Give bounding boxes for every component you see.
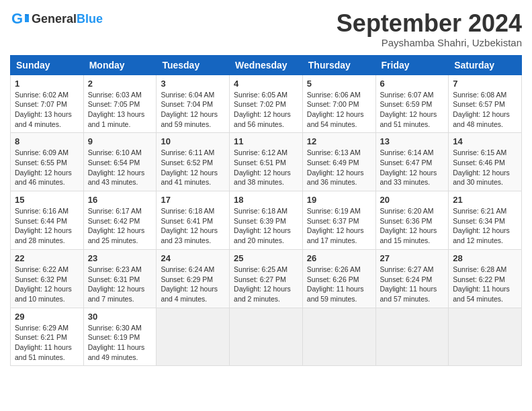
daylight-label: Daylight: 11 hours: [307, 285, 364, 293]
daylight-minutes: and 49 minutes.: [88, 353, 138, 361]
sunset-label: Sunset: 6:31 PM: [88, 275, 140, 283]
page-header: G GeneralBlue September 2024 Payshamba S…: [10, 10, 522, 48]
sunset-label: Sunset: 6:57 PM: [453, 100, 505, 108]
table-row: [230, 308, 303, 366]
sunset-label: Sunset: 6:32 PM: [15, 275, 67, 283]
daylight-label: Daylight: 12 hours: [453, 110, 510, 118]
sunset-label: Sunset: 6:36 PM: [380, 217, 433, 225]
daylight-label: Daylight: 12 hours: [307, 110, 364, 118]
daylight-minutes: and 20 minutes.: [234, 236, 284, 244]
day-info: Sunrise: 6:03 AM Sunset: 7:05 PM Dayligh…: [88, 90, 152, 130]
table-row: 11 Sunrise: 6:12 AM Sunset: 6:51 PM Dayl…: [230, 133, 303, 191]
sunset-label: Sunset: 6:55 PM: [15, 158, 67, 167]
sunrise-label: Sunrise: 6:14 AM: [380, 148, 434, 156]
day-number: 15: [15, 195, 79, 205]
day-number: 18: [234, 195, 298, 205]
daylight-label: Daylight: 12 hours: [453, 169, 510, 177]
calendar-week-4: 22 Sunrise: 6:22 AM Sunset: 6:32 PM Dayl…: [11, 249, 522, 308]
logo-text: GeneralBlue: [32, 13, 103, 26]
daylight-label: Daylight: 11 hours: [88, 343, 145, 351]
daylight-label: Daylight: 12 hours: [234, 169, 291, 177]
daylight-minutes: and 59 minutes.: [307, 295, 357, 303]
sunrise-label: Sunrise: 6:03 AM: [88, 91, 142, 99]
daylight-label: Daylight: 11 hours: [453, 285, 510, 293]
daylight-minutes: and 33 minutes.: [380, 178, 431, 186]
day-number: 20: [380, 195, 445, 205]
daylight-label: Daylight: 12 hours: [161, 169, 218, 177]
sunrise-label: Sunrise: 6:21 AM: [453, 207, 506, 215]
day-number: 16: [88, 195, 152, 205]
table-row: 26 Sunrise: 6:26 AM Sunset: 6:26 PM Dayl…: [302, 249, 375, 308]
daylight-label: Daylight: 12 hours: [88, 169, 145, 177]
daylight-minutes: and 56 minutes.: [234, 120, 284, 128]
day-info: Sunrise: 6:27 AM Sunset: 6:24 PM Dayligh…: [380, 265, 445, 304]
table-row: 10 Sunrise: 6:11 AM Sunset: 6:52 PM Dayl…: [157, 133, 230, 191]
daylight-label: Daylight: 11 hours: [15, 343, 72, 351]
calendar-week-3: 15 Sunrise: 6:16 AM Sunset: 6:44 PM Dayl…: [11, 191, 522, 250]
table-row: 13 Sunrise: 6:14 AM Sunset: 6:47 PM Dayl…: [375, 133, 449, 191]
daylight-label: Daylight: 12 hours: [15, 169, 72, 177]
table-row: 17 Sunrise: 6:18 AM Sunset: 6:41 PM Dayl…: [157, 191, 230, 250]
day-number: 29: [15, 312, 79, 322]
day-info: Sunrise: 6:20 AM Sunset: 6:36 PM Dayligh…: [380, 206, 445, 246]
table-row: 2 Sunrise: 6:03 AM Sunset: 7:05 PM Dayli…: [83, 75, 157, 133]
sunrise-label: Sunrise: 6:24 AM: [161, 265, 214, 273]
daylight-minutes: and 2 minutes.: [234, 295, 280, 303]
sunrise-label: Sunrise: 6:16 AM: [15, 207, 69, 215]
weekday-header-row: Sunday Monday Tuesday Wednesday Thursday…: [11, 55, 522, 75]
sunset-label: Sunset: 7:05 PM: [88, 100, 140, 108]
daylight-label: Daylight: 12 hours: [88, 226, 145, 234]
header-friday: Friday: [375, 55, 449, 75]
table-row: 5 Sunrise: 6:06 AM Sunset: 7:00 PM Dayli…: [302, 75, 375, 133]
table-row: 16 Sunrise: 6:17 AM Sunset: 6:42 PM Dayl…: [83, 191, 157, 250]
day-info: Sunrise: 6:24 AM Sunset: 6:29 PM Dayligh…: [161, 265, 225, 304]
sunset-label: Sunset: 6:54 PM: [88, 158, 140, 167]
daylight-label: Daylight: 12 hours: [15, 226, 72, 234]
sunrise-label: Sunrise: 6:20 AM: [380, 207, 434, 215]
daylight-minutes: and 57 minutes.: [380, 295, 431, 303]
sunset-label: Sunset: 6:42 PM: [88, 217, 140, 225]
sunrise-label: Sunrise: 6:06 AM: [307, 91, 361, 99]
daylight-minutes: and 1 minute.: [88, 120, 131, 128]
calendar-table: Sunday Monday Tuesday Wednesday Thursday…: [10, 55, 522, 367]
header-saturday: Saturday: [449, 55, 522, 75]
sunset-label: Sunset: 6:51 PM: [234, 158, 286, 167]
day-info: Sunrise: 6:26 AM Sunset: 6:26 PM Dayligh…: [307, 265, 371, 304]
table-row: 3 Sunrise: 6:04 AM Sunset: 7:04 PM Dayli…: [157, 75, 230, 133]
day-number: 12: [307, 136, 371, 146]
day-number: 19: [307, 195, 371, 205]
table-row: 25 Sunrise: 6:25 AM Sunset: 6:27 PM Dayl…: [230, 249, 303, 308]
day-info: Sunrise: 6:07 AM Sunset: 6:59 PM Dayligh…: [380, 90, 445, 130]
logo: G GeneralBlue: [10, 10, 103, 29]
daylight-label: Daylight: 12 hours: [307, 169, 364, 177]
sunrise-label: Sunrise: 6:28 AM: [453, 265, 506, 273]
sunrise-label: Sunrise: 6:17 AM: [88, 207, 142, 215]
table-row: 19 Sunrise: 6:19 AM Sunset: 6:37 PM Dayl…: [302, 191, 375, 250]
day-info: Sunrise: 6:22 AM Sunset: 6:32 PM Dayligh…: [15, 265, 79, 304]
sunrise-label: Sunrise: 6:19 AM: [307, 207, 361, 215]
calendar-week-1: 1 Sunrise: 6:02 AM Sunset: 7:07 PM Dayli…: [11, 75, 522, 133]
logo-general: General: [32, 13, 77, 26]
day-info: Sunrise: 6:23 AM Sunset: 6:31 PM Dayligh…: [88, 265, 152, 304]
day-info: Sunrise: 6:18 AM Sunset: 6:39 PM Dayligh…: [234, 206, 298, 246]
day-number: 5: [307, 79, 371, 89]
table-row: 27 Sunrise: 6:27 AM Sunset: 6:24 PM Dayl…: [375, 249, 449, 308]
title-block: September 2024 Payshamba Shahri, Uzbekis…: [337, 10, 522, 48]
day-number: 11: [234, 136, 298, 146]
daylight-minutes: and 12 minutes.: [453, 236, 503, 244]
sunset-label: Sunset: 6:49 PM: [307, 158, 359, 167]
day-number: 30: [88, 312, 152, 322]
day-number: 6: [380, 79, 445, 89]
sunrise-label: Sunrise: 6:09 AM: [15, 148, 69, 156]
day-info: Sunrise: 6:09 AM Sunset: 6:55 PM Dayligh…: [15, 148, 79, 187]
sunset-label: Sunset: 6:26 PM: [307, 275, 359, 283]
table-row: 18 Sunrise: 6:18 AM Sunset: 6:39 PM Dayl…: [230, 191, 303, 250]
daylight-minutes: and 59 minutes.: [161, 120, 211, 128]
day-info: Sunrise: 6:15 AM Sunset: 6:46 PM Dayligh…: [453, 148, 517, 187]
daylight-label: Daylight: 12 hours: [380, 110, 437, 118]
sunset-label: Sunset: 6:24 PM: [380, 275, 433, 283]
daylight-minutes: and 25 minutes.: [88, 236, 138, 244]
day-info: Sunrise: 6:14 AM Sunset: 6:47 PM Dayligh…: [380, 148, 445, 187]
logo-blue-text: Blue: [77, 13, 103, 26]
sunrise-label: Sunrise: 6:10 AM: [88, 148, 142, 156]
